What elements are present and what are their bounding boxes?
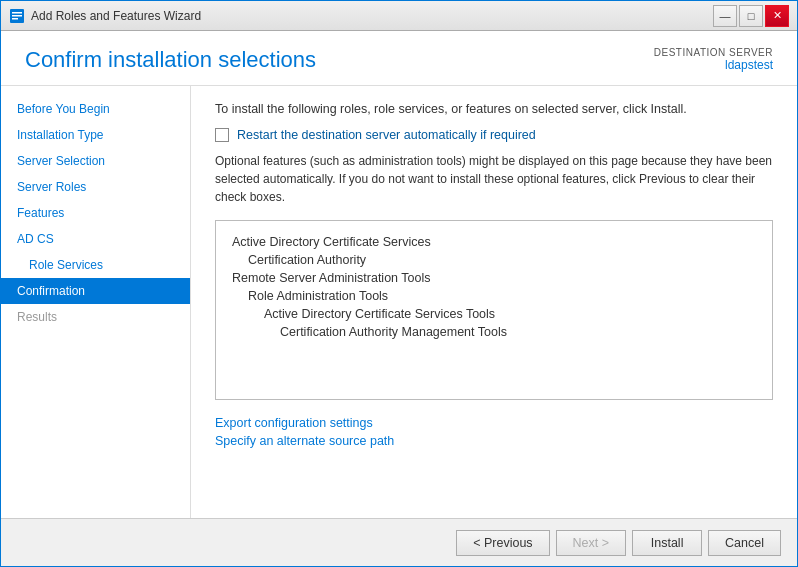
- sidebar: Before You Begin Installation Type Serve…: [1, 86, 191, 518]
- previous-button[interactable]: < Previous: [456, 530, 549, 556]
- wizard-title: Confirm installation selections: [25, 47, 316, 73]
- title-bar-controls: — □ ✕: [713, 5, 789, 27]
- next-button[interactable]: Next >: [556, 530, 626, 556]
- alternate-source-link[interactable]: Specify an alternate source path: [215, 434, 773, 448]
- destination-server: DESTINATION SERVER ldapstest: [654, 47, 773, 72]
- sidebar-item-results: Results: [1, 304, 190, 330]
- destination-name: ldapstest: [654, 58, 773, 72]
- links-section: Export configuration settings Specify an…: [215, 416, 773, 448]
- feature-item-2: Remote Server Administration Tools: [232, 269, 756, 287]
- svg-rect-3: [12, 18, 18, 20]
- wizard-body: Before You Begin Installation Type Serve…: [1, 86, 797, 518]
- sidebar-item-before-you-begin[interactable]: Before You Begin: [1, 96, 190, 122]
- minimize-button[interactable]: —: [713, 5, 737, 27]
- optional-text: Optional features (such as administratio…: [215, 152, 773, 206]
- title-bar-left: Add Roles and Features Wizard: [9, 8, 201, 24]
- title-bar-title: Add Roles and Features Wizard: [31, 9, 201, 23]
- feature-item-0: Active Directory Certificate Services: [232, 233, 756, 251]
- main-content: To install the following roles, role ser…: [191, 86, 797, 518]
- app-icon: [9, 8, 25, 24]
- export-config-link[interactable]: Export configuration settings: [215, 416, 773, 430]
- sidebar-item-installation-type[interactable]: Installation Type: [1, 122, 190, 148]
- restart-checkbox-row[interactable]: Restart the destination server automatic…: [215, 128, 773, 142]
- wizard-footer: < Previous Next > Install Cancel: [1, 518, 797, 566]
- destination-label: DESTINATION SERVER: [654, 47, 773, 58]
- sidebar-item-ad-cs[interactable]: AD CS: [1, 226, 190, 252]
- sidebar-item-confirmation[interactable]: Confirmation: [1, 278, 190, 304]
- title-bar: Add Roles and Features Wizard — □ ✕: [1, 1, 797, 31]
- restart-checkbox[interactable]: [215, 128, 229, 142]
- feature-item-1: Certification Authority: [232, 251, 756, 269]
- sidebar-item-role-services[interactable]: Role Services: [1, 252, 190, 278]
- cancel-button[interactable]: Cancel: [708, 530, 781, 556]
- close-button[interactable]: ✕: [765, 5, 789, 27]
- feature-item-4: Active Directory Certificate Services To…: [232, 305, 756, 323]
- info-text: To install the following roles, role ser…: [215, 102, 773, 116]
- feature-item-3: Role Administration Tools: [232, 287, 756, 305]
- wizard-window: Add Roles and Features Wizard — □ ✕ Conf…: [0, 0, 798, 567]
- svg-rect-1: [12, 12, 22, 14]
- sidebar-item-server-roles[interactable]: Server Roles: [1, 174, 190, 200]
- maximize-button[interactable]: □: [739, 5, 763, 27]
- sidebar-item-features[interactable]: Features: [1, 200, 190, 226]
- install-button[interactable]: Install: [632, 530, 702, 556]
- svg-rect-2: [12, 15, 22, 17]
- wizard-header: Confirm installation selections DESTINAT…: [1, 31, 797, 86]
- features-box: Active Directory Certificate Services Ce…: [215, 220, 773, 400]
- restart-label: Restart the destination server automatic…: [237, 128, 536, 142]
- sidebar-item-server-selection[interactable]: Server Selection: [1, 148, 190, 174]
- feature-item-5: Certification Authority Management Tools: [232, 323, 756, 341]
